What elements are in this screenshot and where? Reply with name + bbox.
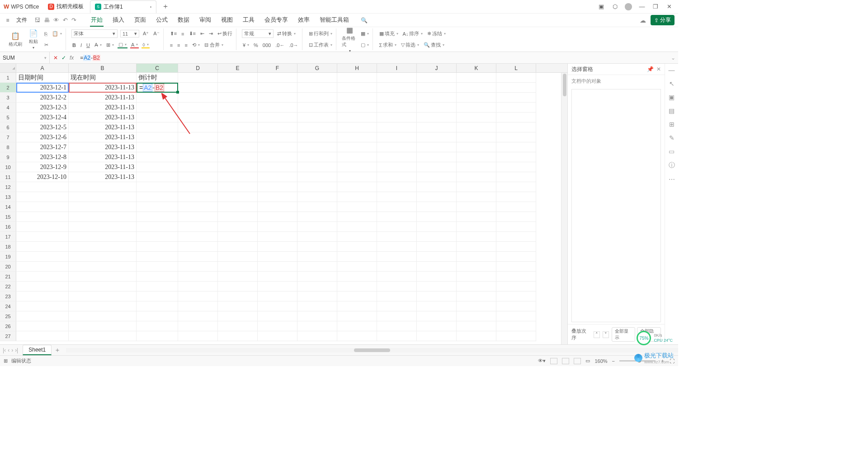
cell[interactable] [337,172,377,182]
cell[interactable] [258,142,297,152]
cell[interactable] [496,272,536,282]
tab-page[interactable]: 页面 [133,14,147,27]
row-header[interactable]: 14 [0,202,16,212]
cell[interactable] [377,142,417,152]
cell[interactable] [16,301,69,311]
sort-button[interactable]: A↓ 排序 [402,30,424,37]
cell[interactable] [417,113,457,122]
cell[interactable] [457,122,496,132]
view-normal-icon[interactable] [550,358,557,364]
cell[interactable] [496,232,536,242]
cell[interactable] [297,291,337,301]
cell[interactable] [457,73,496,83]
cell[interactable] [457,202,496,212]
cell[interactable] [297,212,337,222]
cell[interactable] [297,122,337,132]
cell[interactable] [258,132,297,142]
zoom-value[interactable]: 160% [594,358,607,364]
cell[interactable]: 2023-12-6 [16,132,69,142]
cell[interactable] [297,331,337,341]
row-header[interactable]: 10 [0,162,16,172]
sheet-last-icon[interactable]: ›| [15,347,18,353]
cell[interactable] [457,222,496,232]
cell[interactable] [496,142,536,152]
cell[interactable] [377,132,417,142]
fill-color-icon[interactable]: ▢ [118,42,127,48]
cell[interactable] [377,152,417,162]
cell[interactable] [377,192,417,202]
cell[interactable] [457,262,496,272]
cell[interactable] [218,73,258,83]
cell[interactable] [69,252,137,262]
cell[interactable] [417,73,457,83]
row-header[interactable]: 7 [0,132,16,142]
cell[interactable] [417,162,457,172]
tab-tools[interactable]: 工具 [242,14,255,27]
cell[interactable] [417,272,457,282]
menu-icon[interactable]: ≡ [4,16,12,24]
cell[interactable] [16,272,69,282]
cell[interactable] [337,212,377,222]
cell[interactable] [496,113,536,122]
row-header[interactable]: 23 [0,291,16,301]
cell[interactable] [496,132,536,142]
cell[interactable] [496,311,536,321]
cell[interactable] [258,122,297,132]
cell[interactable] [377,83,417,93]
cell[interactable] [417,103,457,113]
cell[interactable] [178,291,218,301]
cell[interactable] [137,272,178,282]
cell[interactable] [137,202,178,212]
border-icon[interactable]: ⊞ [105,42,115,48]
cell[interactable] [496,252,536,262]
align-mid-icon[interactable]: ≡ [180,31,185,37]
cell[interactable] [417,142,457,152]
cell[interactable] [337,311,377,321]
cell[interactable] [258,152,297,162]
cell[interactable] [218,252,258,262]
cell[interactable] [377,242,417,252]
cell[interactable]: 2023-11-13 [69,122,137,132]
cell[interactable] [137,142,178,152]
cell[interactable] [496,242,536,252]
cell[interactable] [178,73,218,83]
cloud-icon[interactable]: ☁ [640,17,646,24]
sum-button[interactable]: Σ 求和 [378,42,398,48]
cell[interactable] [297,202,337,212]
cell[interactable] [496,93,536,103]
cell[interactable] [297,222,337,232]
cell[interactable] [69,282,137,291]
cell[interactable] [178,202,218,212]
cell[interactable] [417,212,457,222]
scrollbar-vertical[interactable] [561,73,567,344]
cell[interactable] [137,262,178,272]
cell[interactable] [417,93,457,103]
cell[interactable]: 2023-12-3 [16,103,69,113]
row-header[interactable]: 11 [0,172,16,182]
highlight-icon[interactable]: ◊ [142,42,149,48]
cell[interactable] [417,152,457,162]
row-header[interactable]: 8 [0,142,16,152]
search-icon[interactable]: 🔍 [360,16,368,24]
cell[interactable] [496,291,536,301]
cell[interactable] [297,73,337,83]
tab-add[interactable]: ＋ [160,1,171,12]
cell[interactable] [137,252,178,262]
cell[interactable] [137,93,178,103]
cell[interactable] [137,182,178,192]
cell[interactable] [457,162,496,172]
cell[interactable] [16,192,69,202]
cell[interactable] [258,242,297,252]
copy-icon[interactable]: ⎘ [43,31,48,37]
cell[interactable] [258,113,297,122]
cell[interactable] [297,162,337,172]
cell[interactable] [297,152,337,162]
cell[interactable] [258,182,297,192]
cell[interactable] [417,242,457,252]
cell[interactable] [377,103,417,113]
freeze-button[interactable]: ❄ 冻结 [426,30,447,37]
cell[interactable] [178,182,218,192]
cell[interactable] [337,252,377,262]
cell[interactable] [218,172,258,182]
cell[interactable]: 2023-11-13 [69,132,137,142]
